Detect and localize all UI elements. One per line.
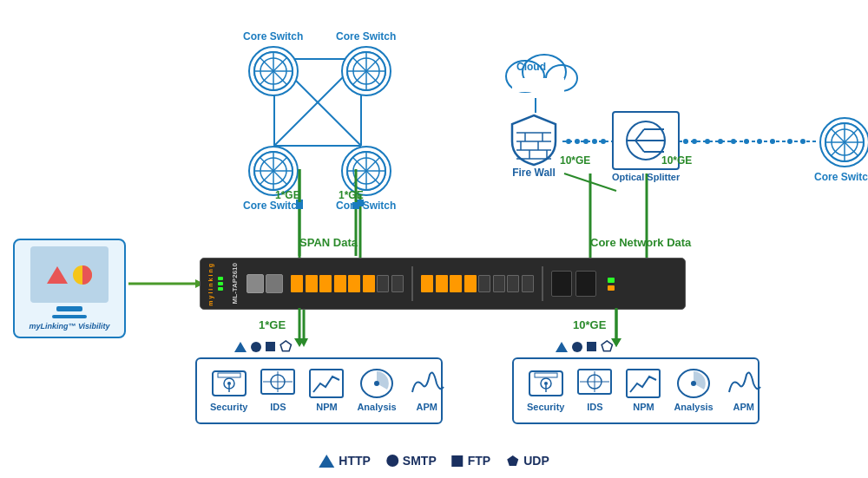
- svg-point-44: [353, 58, 379, 84]
- svg-point-17: [601, 139, 606, 144]
- tool-apm-right: APM: [726, 368, 762, 412]
- svg-point-38: [260, 58, 286, 84]
- switch-bottom-right: Core Switch: [336, 146, 396, 212]
- svg-point-28: [800, 139, 806, 144]
- svg-rect-64: [512, 78, 564, 92]
- svg-point-15: [583, 139, 589, 144]
- svg-point-100: [374, 381, 379, 386]
- tool-security-right: Security: [527, 368, 564, 412]
- svg-point-50: [260, 158, 286, 184]
- svg-point-56: [353, 158, 379, 184]
- svg-rect-105: [535, 373, 557, 377]
- svg-point-26: [770, 139, 775, 144]
- firewall-group: Fire Wall: [508, 111, 560, 179]
- ge-1-bottom-label: 1*GE: [259, 318, 286, 331]
- svg-point-23: [731, 139, 736, 144]
- svg-line-47: [352, 57, 380, 85]
- tool-security-left: Security: [210, 368, 247, 412]
- svg-point-20: [692, 139, 697, 144]
- svg-point-24: [744, 139, 749, 144]
- svg-point-103: [544, 382, 548, 385]
- svg-point-21: [705, 139, 710, 144]
- switch-icon: [250, 48, 297, 95]
- switch-icon: [821, 119, 868, 166]
- firewall-icon: [508, 111, 560, 167]
- svg-line-41: [260, 57, 287, 85]
- rack-device: mylinking ML-TAP2610: [200, 258, 686, 310]
- switch-top-right: Core Switch: [336, 30, 396, 96]
- udp-label: UDP: [523, 454, 549, 468]
- svg-point-91: [227, 382, 231, 385]
- triangle-legend: [319, 455, 334, 468]
- svg-line-54: [260, 157, 287, 185]
- svg-rect-110: [627, 370, 660, 397]
- svg-point-14: [575, 139, 580, 144]
- left-arrows: ⬠: [234, 338, 292, 355]
- svg-point-37: [254, 52, 293, 90]
- apm-icon-right: [726, 368, 762, 399]
- ge-10-label-2: 10*GE: [661, 154, 692, 167]
- circle-shape-l: [251, 342, 261, 352]
- svg-line-48: [352, 57, 380, 85]
- svg-point-19: [683, 139, 688, 144]
- legend-smtp: SMTP: [386, 454, 437, 468]
- pentagon-shape-l: ⬠: [279, 338, 292, 355]
- tool-npm-right: NPM: [625, 368, 661, 412]
- triangle-icon: [47, 266, 68, 284]
- ftp-label: FTP: [468, 454, 490, 468]
- square-legend: [452, 455, 464, 467]
- ge-label-1: 1*GE: [275, 189, 300, 201]
- pie-chart-icon: [73, 265, 92, 285]
- square-shape-l: [266, 342, 275, 351]
- monitor-base: [52, 315, 87, 318]
- svg-marker-114: [294, 338, 305, 347]
- core-network-label: Core Network Data: [590, 236, 691, 249]
- splitter-label: Optical Splitter: [612, 172, 680, 182]
- legend-http: HTTP: [319, 454, 371, 468]
- pentagon-legend: [506, 455, 519, 468]
- analysis-icon-left: [358, 368, 395, 399]
- svg-line-36: [564, 174, 616, 191]
- triangle-shape-r: [556, 342, 568, 352]
- svg-rect-98: [310, 370, 343, 397]
- ge-10-label-1: 10*GE: [560, 154, 590, 167]
- switch-bottom-left: Core Switch: [243, 146, 303, 212]
- mylinking-screen: [30, 246, 108, 303]
- switch-icon: [343, 48, 390, 95]
- svg-line-59: [352, 157, 380, 185]
- svg-point-49: [254, 152, 293, 190]
- right-arrows: ⬠: [556, 338, 613, 355]
- svg-line-60: [352, 157, 380, 185]
- legend-ftp: FTP: [452, 454, 490, 468]
- triangle-shape-l: [234, 342, 247, 352]
- span-data-label: SPAN Data: [299, 236, 358, 249]
- svg-line-88: [831, 128, 858, 156]
- optical-splitter-group: Optical Splitter: [612, 111, 680, 182]
- ge-10-bottom-label: 10*GE: [573, 318, 606, 331]
- tool-npm-left: NPM: [308, 368, 345, 412]
- tool-analysis-right: Analysis: [674, 368, 713, 412]
- brand-label: mylinking: [207, 262, 214, 306]
- tool-box-left: Security IDS NPM: [195, 357, 443, 424]
- svg-point-84: [832, 129, 858, 155]
- svg-point-112: [691, 381, 696, 386]
- security-icon-left: [211, 368, 247, 399]
- mylinking-box: myLinking™ Visibility: [13, 239, 126, 338]
- svg-marker-11: [299, 338, 308, 347]
- smtp-label: SMTP: [403, 454, 437, 468]
- circle-shape-r: [572, 342, 582, 352]
- svg-point-55: [347, 152, 385, 190]
- cloud-label: Cloud: [516, 61, 546, 73]
- switch-far-right: Core Switch: [814, 117, 868, 183]
- switch-icon: [343, 147, 390, 194]
- square-shape-r: [587, 342, 596, 351]
- svg-point-27: [787, 139, 792, 144]
- svg-point-43: [347, 52, 385, 90]
- tool-analysis-left: Analysis: [357, 368, 396, 412]
- svg-line-42: [260, 57, 287, 85]
- svg-point-25: [757, 139, 762, 144]
- analysis-icon-right: [675, 368, 712, 399]
- svg-point-13: [566, 139, 571, 144]
- tool-ids-left: IDS: [260, 368, 296, 412]
- http-label: HTTP: [339, 454, 371, 468]
